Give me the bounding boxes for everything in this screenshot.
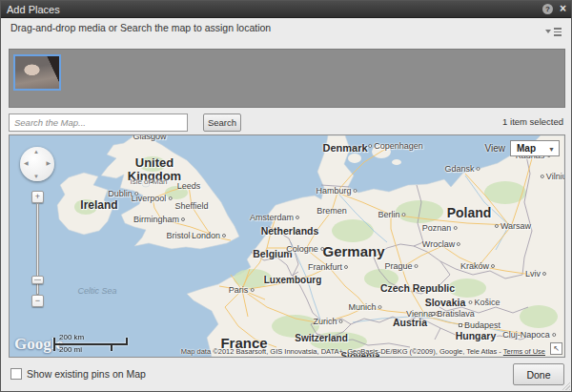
thumbnail-options-icon[interactable] xyxy=(545,27,562,37)
map-pan-control[interactable]: ▲ ▼ ◀ ▶ xyxy=(20,147,54,181)
pan-left-icon[interactable]: ◀ xyxy=(24,159,29,166)
search-button[interactable]: Search xyxy=(203,113,241,132)
zoom-slider-handle[interactable] xyxy=(31,276,44,284)
show-pins-label: Show existing pins on Map xyxy=(27,368,146,380)
chevron-down-icon xyxy=(545,30,551,33)
title-bar[interactable]: Add Places ? × xyxy=(1,1,571,18)
view-label: View xyxy=(485,143,506,154)
map-canvas[interactable]: United Kingdom Ireland Denmark Netherlan… xyxy=(9,134,565,358)
chevron-down-icon: ▼ xyxy=(548,142,555,156)
attribution-text: Map data ©2012 Basarsoft, GIS Innovatsia… xyxy=(181,347,503,356)
expand-map-icon[interactable]: ↖ xyxy=(550,342,562,355)
instruction-text: Drag-and-drop media or Search the map to… xyxy=(10,22,271,33)
pan-down-icon[interactable]: ▼ xyxy=(33,174,39,179)
map-scale-bar: 200 km 200 mi xyxy=(53,333,130,354)
scale-mi-label: 200 mi xyxy=(59,345,82,354)
selection-status: 1 item selected xyxy=(502,116,563,127)
terms-of-use-link[interactable]: Terms of Use xyxy=(503,347,545,356)
pan-right-icon[interactable]: ▶ xyxy=(46,159,51,166)
pan-up-icon[interactable]: ▲ xyxy=(33,149,39,155)
map-terrain xyxy=(10,135,564,357)
list-lines-icon xyxy=(554,28,562,36)
show-pins-checkbox[interactable] xyxy=(10,368,22,380)
resize-grip[interactable] xyxy=(562,382,570,390)
add-places-dialog: Add Places ? × Drag-and-drop media or Se… xyxy=(0,0,572,392)
view-dropdown-value: Map xyxy=(517,143,536,154)
done-button[interactable]: Done xyxy=(513,363,564,385)
window-title: Add Places xyxy=(7,1,60,18)
zoom-in-button[interactable]: + xyxy=(31,191,44,203)
map-attribution: Map data ©2012 Basarsoft, GIS Innovatsia… xyxy=(181,347,545,356)
map-view-dropdown[interactable]: Map ▼ xyxy=(510,140,560,156)
selected-media-thumbnail[interactable] xyxy=(13,54,61,91)
zoom-out-button[interactable]: − xyxy=(31,295,44,307)
help-icon[interactable]: ? xyxy=(542,4,553,14)
close-icon[interactable]: × xyxy=(560,4,566,14)
map-search-input[interactable] xyxy=(9,113,188,132)
media-filmstrip[interactable] xyxy=(9,49,565,108)
scale-km-label: 200 km xyxy=(59,333,84,341)
